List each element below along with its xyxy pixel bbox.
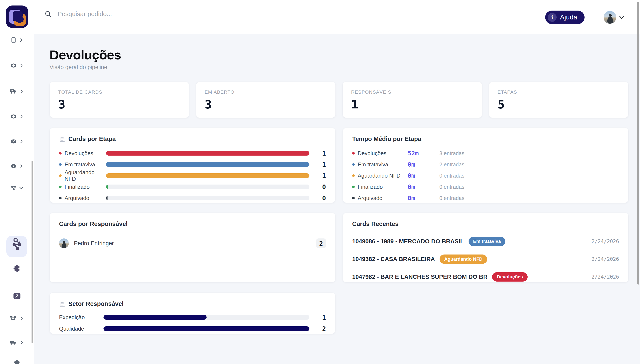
external-link-icon — [13, 292, 21, 300]
sidebar-item-truck[interactable] — [0, 335, 34, 350]
sidebar-scrollbar-thumb[interactable] — [32, 161, 33, 343]
tempo-value: 0m — [408, 183, 439, 190]
sidebar-item-add-1[interactable] — [0, 58, 34, 73]
panel-title: Setor Responsável — [68, 300, 124, 307]
panel-title: Tempo Médio por Etapa — [352, 136, 421, 142]
setor-label: Expedição — [59, 314, 103, 321]
tempo-label: Finalizado — [358, 184, 408, 190]
recent-card-title: 1049382 - CASA BRASILEIRA — [352, 256, 435, 262]
sidebar-item-integrations[interactable] — [0, 261, 34, 276]
recent-card-row[interactable]: 1049086 - 1989 - MERCADO DO BRASIL Em tr… — [352, 237, 619, 246]
sidebar-item-shipping[interactable] — [0, 84, 34, 99]
bar-chart-icon — [59, 301, 65, 307]
sidebar-item-info[interactable] — [0, 159, 34, 174]
gauge-icon — [10, 138, 17, 144]
partial-oval-icon — [14, 359, 20, 364]
truck-arrow-icon — [10, 88, 17, 94]
sidebar-item-external-link[interactable] — [0, 288, 34, 303]
stat-label: TOTAL DE CARDS — [58, 90, 180, 95]
truck-icon — [10, 339, 17, 346]
sidebar-item-workflow-group[interactable] — [0, 180, 34, 195]
sidebar-nav — [0, 34, 34, 364]
main-content: Devoluções Visão geral do pipeline TOTAL… — [34, 34, 640, 364]
stat-value: 1 — [351, 98, 474, 111]
tempo-value: 0m — [408, 161, 439, 168]
stat-value: 3 — [205, 98, 327, 111]
tempo-row: Arquivado 0m 0 entradas — [352, 195, 619, 201]
stat-value: 5 — [498, 98, 620, 111]
tempo-label: Devoluções — [358, 150, 408, 157]
search-input[interactable] — [57, 10, 206, 18]
sidebar-item-mail-transfer[interactable] — [0, 311, 34, 326]
sidebar-item-add-2[interactable] — [0, 109, 34, 124]
window-scrollbar-thumb[interactable] — [637, 2, 639, 284]
chevron-right-icon — [19, 38, 24, 42]
legend-dot — [352, 152, 355, 154]
legend-dot — [352, 197, 355, 199]
etapa-label: Aguardando NFD — [65, 169, 106, 182]
tempo-row: Devoluções 52m 3 entradas — [352, 150, 619, 156]
sidebar-item-tablet[interactable] — [0, 34, 34, 48]
legend-dot — [352, 174, 355, 177]
user-avatar[interactable] — [604, 11, 616, 24]
cards-por-etapa-card: Cards por Etapa Devoluções 1 Em trataviv… — [50, 128, 335, 203]
setor-rows: Expedição 1 Qualidade 2 — [59, 314, 326, 332]
legend-dot — [352, 163, 355, 166]
tempo-row: Finalizado 0m 0 entradas — [352, 184, 619, 190]
status-badge: Aguardando NFD — [440, 254, 487, 264]
stat-label: ETAPAS — [498, 90, 620, 95]
tempo-rows: Devoluções 52m 3 entradas Em trataviva 0… — [352, 150, 619, 201]
etapa-value: 0 — [315, 183, 326, 191]
middle-row: Cards por Responsável Pedro Entringer 2 … — [50, 213, 628, 282]
sidebar-item-access-keys[interactable] — [0, 234, 34, 248]
logo-r-dot-shape — [18, 16, 24, 22]
plus-oval-icon — [10, 113, 17, 120]
page-subtitle: Visão geral do pipeline — [50, 64, 628, 70]
chevron-right-icon — [19, 316, 24, 321]
bar-track — [103, 315, 309, 320]
order-search — [45, 10, 206, 18]
bar-track — [106, 184, 309, 189]
app-logo[interactable] — [6, 6, 28, 28]
chevron-right-icon — [19, 164, 24, 168]
bar-fill — [106, 184, 108, 189]
recent-card-row[interactable]: 1047982 - BAR E LANCHES SUPER BOM DO BR … — [352, 272, 619, 282]
bar-track — [106, 173, 309, 178]
stat-value: 3 — [58, 98, 180, 111]
chevron-right-icon — [19, 114, 24, 119]
search-icon — [45, 10, 52, 18]
tempo-value: 0m — [408, 194, 439, 202]
panel-title: Cards Recentes — [352, 220, 398, 228]
etapa-row: Aguardando NFD 1 — [59, 173, 326, 178]
stat-card-total: TOTAL DE CARDS 3 — [50, 82, 189, 118]
user-menu-chevron-down-icon[interactable] — [618, 15, 625, 20]
etapa-value: 0 — [315, 194, 326, 202]
responsavel-count-badge: 2 — [316, 238, 326, 248]
tempo-entries: 0 entradas — [439, 184, 464, 190]
legend-dot — [59, 197, 62, 199]
etapa-rows: Devoluções 1 Em trataviva 1 Agua — [59, 150, 326, 201]
sidebar-item-partial[interactable] — [0, 355, 34, 364]
bar-fill — [106, 196, 108, 200]
recent-card-row[interactable]: 1049382 - CASA BRASILEIRA Aguardando NFD… — [352, 254, 619, 264]
bar-fill — [103, 326, 309, 331]
legend-dot — [59, 174, 62, 177]
sidebar-item-dashboard[interactable] — [0, 134, 34, 149]
setor-label: Qualidade — [59, 326, 103, 332]
legend-dot — [352, 186, 355, 188]
tempo-label: Aguardando NFD — [358, 172, 408, 179]
etapa-label: Devoluções — [65, 150, 106, 157]
setor-value: 1 — [315, 314, 326, 321]
legend-dot — [59, 163, 62, 166]
etapa-row: Em trataviva 1 — [59, 162, 326, 167]
etapa-value: 1 — [315, 150, 326, 157]
tempo-entries: 3 entradas — [439, 150, 464, 156]
legend-dot — [59, 152, 62, 154]
help-button[interactable]: i Ajuda — [545, 10, 584, 24]
responsavel-row: Pedro Entringer 2 — [59, 238, 326, 248]
chevron-right-icon — [19, 139, 24, 144]
top-bar: i Ajuda — [0, 0, 640, 34]
chevron-right-icon — [19, 340, 24, 345]
stat-label: EM ABERTO — [205, 90, 327, 95]
stat-card-etapas: ETAPAS 5 — [489, 82, 628, 118]
